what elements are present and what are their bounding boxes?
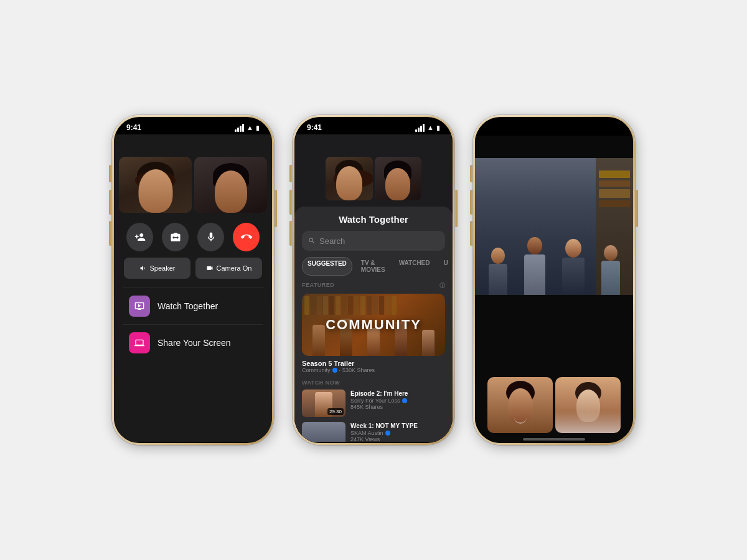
scene-books [599,170,630,207]
watch-item-2-title: Week 1: NOT MY TYPE [350,422,418,430]
scene-person-1 [489,248,507,295]
book-3 [599,189,630,198]
info-icon: ⓘ [439,282,446,290]
wifi-icon: ▲ [247,124,253,131]
person1-face [138,169,172,213]
sp4-body [601,261,620,295]
share-screen-label: Share Your Screen [157,338,231,348]
notch [159,117,227,133]
tab-suggested[interactable]: SUGGESTED [302,257,352,276]
sp4-head [604,245,618,261]
banner-person-5 [422,330,435,356]
book-1 [599,170,630,178]
community-show-title: COMMUNITY [326,317,421,333]
sp1-body [489,264,507,295]
phone2-power-button [455,190,458,227]
share-screen-icon [129,332,150,353]
speaker-button[interactable]: Speaker [124,258,190,279]
phone2-battery-icon: ▮ [436,124,440,131]
phone2-video-thumb1 [326,157,373,200]
sp1-head [491,248,505,264]
phone2-vol-down-button [289,221,292,246]
flip-camera-button[interactable] [162,223,189,251]
phone3-wrapper [473,115,635,445]
scene-person-4 [601,245,620,295]
end-call-button[interactable] [233,223,260,251]
phone2-notch [339,117,408,133]
phone3-power-button [636,190,638,227]
book-4 [599,200,630,207]
phone2-person1-bg [326,157,373,200]
sp3-head [565,239,581,258]
iphone2-screen: 9:41 ▲ ▮ [294,117,453,443]
book-2 [599,180,630,187]
audio-video-row: Speaker Camera On [114,258,272,279]
phone2-wifi-icon: ▲ [427,124,434,131]
battery-icon: ▮ [256,124,260,131]
silent-button [109,165,111,182]
featured-banner[interactable]: COMMUNITY [302,294,445,356]
caller2-bg [555,377,621,433]
time-display-2: 9:41 [307,123,322,132]
phone1-content: Speaker Camera On [114,134,272,442]
signal-icon [235,124,244,132]
watch-together-panel: Watch Together Search SUGGESTED TV & MOV… [294,207,453,442]
scene-person-2 [524,237,545,295]
scene-people-row [475,237,633,295]
watch-now-item-1[interactable]: 29:30 Episode 2: I'm Here Sorry For Your… [302,390,445,417]
main-video-area [475,158,633,295]
add-person-button[interactable] [126,223,153,251]
watch-thumb-2-bg [302,422,345,442]
watch-now-section: WATCH NOW 29:30 Episode 2: I'm [302,380,445,442]
iphone-2: 9:41 ▲ ▮ [293,115,454,445]
phone2-face1 [336,166,362,200]
search-bar[interactable]: Search [302,231,445,251]
call-controls-row [114,223,272,251]
volume-down-button [109,221,111,246]
phone3-caller-thumbnails [475,377,633,433]
share-screen-item[interactable]: Share Your Screen [123,324,263,361]
caller2-shirt [555,411,621,433]
watch-thumb-1: 29:30 [302,390,345,417]
watch-item-1-title: Episode 2: I'm Here [350,390,408,398]
phone1-wrapper: 9:41 ▲ ▮ [112,115,274,445]
featured-section-label: FEATURED ⓘ [302,282,445,290]
iphone-1: 9:41 ▲ ▮ [112,115,274,445]
phone2-video-row [294,157,453,200]
tab-watched[interactable]: WATCHED [394,257,435,276]
watch-item-1-info: Episode 2: I'm Here Sorry For Your Loss … [350,390,408,410]
watch-item-2-views: 247K Views [350,436,418,442]
phone3-caller-2-thumb [555,377,621,433]
phone2-video-thumb2 [375,157,422,200]
tab-tv-movies[interactable]: TV & MOVIES [356,257,390,276]
person1-background [119,157,192,213]
featured-video-sub: Community · 530K Shares [302,367,445,373]
phone3-caller-1-thumb [487,377,553,433]
phone2-silent-button [289,165,292,182]
watch-item-2-info: Week 1: NOT MY TYPE SKAM Austin 247K Vie… [350,422,418,442]
banner-person-1 [312,325,325,356]
verified-badge [332,368,337,373]
video-scene [475,158,633,295]
phone2-person2-bg [375,157,422,200]
dark-spacer [475,295,633,372]
phone3-vol-up-button [470,190,472,215]
iphone-3 [473,115,635,445]
home-indicator-3 [523,438,585,441]
content-tabs: SUGGESTED TV & MOVIES WATCHED U [302,257,445,276]
status-icons-1: ▲ ▮ [235,124,260,132]
verified-badge-2 [402,398,407,403]
phone2-wrapper: 9:41 ▲ ▮ [293,115,454,445]
tab-more[interactable]: U [439,257,453,276]
mute-button[interactable] [197,223,224,251]
iphone3-screen [475,117,633,443]
caller1-bg [487,377,553,433]
phone2-content: Watch Together Search SUGGESTED TV & MOV… [294,134,453,442]
watch-now-item-2[interactable]: Week 1: NOT MY TYPE SKAM Austin 247K Vie… [302,422,445,442]
camera-on-button[interactable]: Camera On [195,258,262,279]
sp2-head [527,237,542,254]
watch-together-item[interactable]: Watch Together [123,287,263,324]
watch-thumb-2 [302,422,345,442]
duration-badge: 29:30 [327,408,344,415]
person2-background [194,157,267,213]
